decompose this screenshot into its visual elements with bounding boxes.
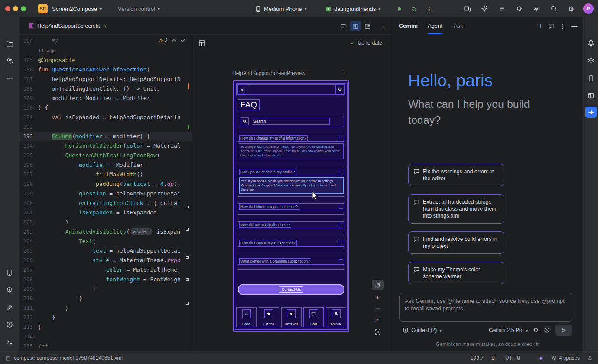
vcs-menu[interactable]: Version control ▾ (118, 0, 160, 17)
code-view-button[interactable] (338, 21, 348, 31)
user-avatar[interactable]: P (583, 3, 594, 14)
code-line[interactable]: HorizontalDivider(color = Material (38, 141, 192, 151)
gemini-prompt-input[interactable] (399, 293, 572, 322)
problems-tool-button[interactable] (4, 319, 15, 330)
code-line[interactable]: QuestionWithTrailingIconRow( (38, 151, 192, 160)
tab-agent[interactable]: Agent (428, 17, 442, 34)
zoom-out-button[interactable]: − (372, 303, 384, 314)
code-line[interactable]: modifier: Modifier = Modifier (38, 94, 192, 103)
package-tool-button[interactable] (4, 285, 15, 295)
line-number[interactable]: 189 (19, 94, 38, 103)
code-line[interactable]: ) { (38, 103, 192, 113)
line-number[interactable]: 190 (19, 103, 38, 113)
zoom-in-button[interactable]: + (372, 291, 384, 302)
line-number[interactable]: 188 (19, 84, 38, 94)
logcat-button[interactable] (497, 3, 507, 14)
preview-sync-status[interactable]: ✓ Up-to-date (351, 40, 382, 46)
code-line[interactable]: ) (38, 284, 192, 294)
suggestion-card[interactable]: Extract all hardcoded strings from this … (408, 194, 504, 224)
profiler-button[interactable] (531, 3, 542, 14)
code-line[interactable]: 1 Usage (38, 46, 192, 55)
suggestion-card[interactable]: Fix the warnings and errors in the edito… (408, 164, 504, 186)
line-number[interactable]: 187 (19, 75, 38, 84)
send-button[interactable] (555, 325, 572, 336)
device-manager-button[interactable] (585, 73, 597, 84)
code-line[interactable]: } (38, 322, 192, 332)
line-number[interactable]: 184 (19, 36, 38, 46)
new-chat-button[interactable]: + (535, 21, 546, 31)
line-number[interactable]: 191 (19, 113, 38, 122)
zoom-ratio-button[interactable]: 1:1 (372, 315, 384, 325)
usage-hint[interactable]: 1 Usage (38, 48, 56, 53)
layout-inspector-button[interactable] (585, 55, 597, 67)
next-warning-button[interactable] (180, 39, 185, 42)
line-number[interactable]: 197 (19, 170, 38, 179)
status-file-name[interactable]: compose-compose-model-1758748140651.xml (14, 355, 123, 361)
line-number[interactable]: 210 (19, 294, 38, 303)
design-view-button[interactable] (362, 21, 373, 31)
model-selector[interactable]: Gemini 2.5 Pro ▾ (489, 327, 528, 333)
notifications-button[interactable] (585, 37, 597, 49)
encoding-widget[interactable]: UTF-8 (505, 355, 520, 361)
code-line[interactable]: /** (38, 341, 192, 351)
line-number[interactable]: 194 (19, 141, 38, 151)
code-line[interactable]: ) (38, 218, 192, 227)
app-inspection-button[interactable] (514, 3, 524, 14)
line-number[interactable]: 207 (19, 265, 38, 275)
tab-ask[interactable]: Ask (454, 17, 463, 34)
code-line[interactable]: helpAndSupportDetails: HelpAndSupportD (38, 75, 192, 84)
line-number[interactable]: 195 (19, 151, 38, 160)
search-everywhere-button[interactable] (549, 3, 559, 14)
code-line[interactable]: val isExpanded = helpAndSupportDetails (38, 113, 192, 122)
running-devices-button[interactable] (462, 3, 472, 14)
tab-options-button[interactable]: ⋮ (378, 21, 388, 31)
split-view-button[interactable] (350, 21, 361, 31)
line-number[interactable]: 200 (19, 198, 38, 208)
code-line[interactable]: modifier = Modifier (38, 160, 192, 170)
line-number[interactable]: 196 (19, 160, 38, 170)
pan-tool-button[interactable] (372, 280, 384, 290)
device-selector[interactable]: Medium Phone ▾ (255, 0, 306, 17)
line-number[interactable]: 215 (19, 341, 38, 351)
code-line[interactable]: onTrailingIconClick = { onTrai (38, 198, 192, 208)
line-number[interactable]: 209 (19, 284, 38, 294)
ai-status-widget[interactable] (538, 355, 544, 361)
phone-preview-canvas[interactable]: < ⚙ FAQ Search How do I change my profil… (233, 80, 349, 332)
line-number[interactable]: 192 (19, 122, 38, 132)
code-line[interactable]: } (38, 294, 192, 303)
line-number[interactable]: 211 (19, 303, 38, 313)
code-line[interactable]: question = helpAndSupportDetai (38, 189, 192, 198)
line-number[interactable]: 201 (19, 208, 38, 218)
device-tool-button[interactable] (4, 267, 15, 278)
zoom-to-fit-button[interactable] (372, 326, 384, 337)
line-number[interactable]: 206 (19, 256, 38, 265)
chat-history-button[interactable] (546, 21, 557, 31)
hide-panel-button[interactable]: — (569, 21, 579, 31)
code-line[interactable]: color = MaterialTheme. (38, 265, 192, 275)
line-separator-widget[interactable]: LF (491, 355, 497, 361)
suggestion-card[interactable]: Make my Theme's color scheme warmer (408, 262, 504, 284)
settings-button[interactable]: ⚙ (566, 3, 576, 14)
code-line[interactable]: isExpanded = isExpanded (38, 208, 192, 218)
code-line[interactable] (38, 122, 192, 132)
close-icon[interactable]: × (103, 23, 107, 29)
code-line[interactable]: style = MaterialTheme.typo (38, 256, 192, 265)
editor-tab[interactable]: HelpAndSupportScreen.kt × (24, 17, 110, 34)
line-number[interactable]: 204 (19, 237, 38, 246)
code-line[interactable]: } (38, 313, 192, 322)
line-number[interactable]: 202 (19, 218, 38, 227)
context-selector[interactable]: Context (2) ▾ (403, 327, 442, 333)
code-line[interactable]: fontWeight = FontWeigh (38, 275, 192, 284)
line-number[interactable]: 186 (19, 65, 38, 75)
line-number[interactable]: 185 (19, 55, 38, 65)
code-line[interactable]: .fillMaxWidth() (38, 170, 192, 179)
code-line[interactable]: text = helpAndSupportDetai (38, 246, 192, 256)
ai-actions-button[interactable] (479, 3, 490, 14)
preview-layout-button[interactable] (197, 38, 207, 49)
code-line[interactable]: fun QuestionAndAnswerInfoSection( (38, 65, 192, 75)
more-tool-windows-button[interactable]: ⋯ (4, 73, 15, 84)
line-number[interactable]: 203 (19, 227, 38, 237)
collaborators-tool-button[interactable] (4, 56, 15, 66)
code-line[interactable]: @Composable (38, 55, 192, 65)
line-number[interactable]: 199 (19, 189, 38, 198)
